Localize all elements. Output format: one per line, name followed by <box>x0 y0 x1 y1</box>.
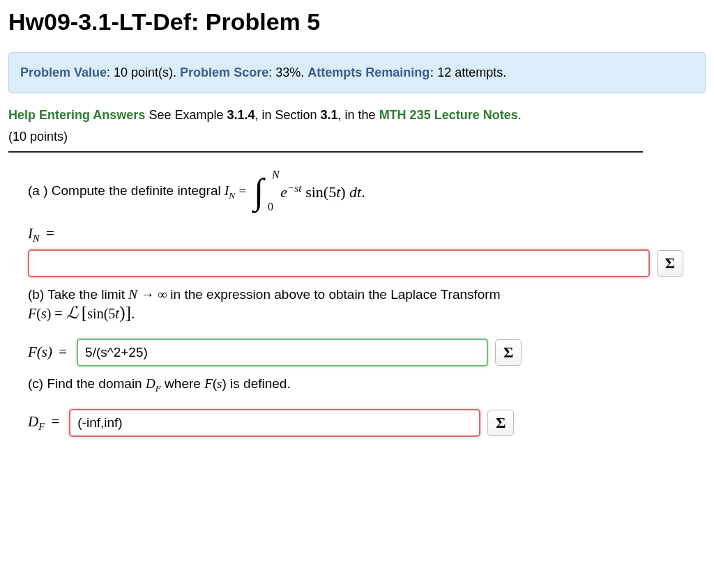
problem-info-box: Problem Value: 10 point(s). Problem Scor… <box>8 52 706 93</box>
part-a-label: IN = <box>28 225 706 245</box>
part-b-input[interactable] <box>77 339 488 366</box>
part-b-label: F(s) = <box>28 343 70 361</box>
part-b-prompt: (b) Take the limit N → ∞ in the expressi… <box>28 287 706 323</box>
part-c-prompt: (c) Find the domain DF where F(s) is def… <box>28 376 706 394</box>
help-row: Help Entering Answers See Example 3.1.4,… <box>8 105 706 126</box>
help-link[interactable]: Help Entering Answers <box>8 108 145 122</box>
page-title: Hw09-3.1-LT-Def: Problem 5 <box>8 8 706 36</box>
value-label: Problem Value <box>20 65 107 79</box>
sigma-button-a[interactable]: Σ <box>657 250 683 277</box>
points-line: (10 points) <box>8 130 706 144</box>
attempts-label: Attempts Remaining: <box>307 65 434 79</box>
divider <box>8 151 643 153</box>
part-a-prompt: (a ) Compute the definite integral IN = … <box>28 173 706 210</box>
part-c-input[interactable] <box>69 409 480 437</box>
integral-icon: ∫ N 0 <box>254 173 264 210</box>
sigma-button-c[interactable]: Σ <box>487 410 514 436</box>
sigma-button-b[interactable]: Σ <box>495 339 522 366</box>
part-c-label: DF = <box>28 413 62 433</box>
score-label: Problem Score <box>180 65 268 79</box>
integral-expression: ∫ N 0 e−st sin(5t) dt. <box>252 173 365 210</box>
part-a-input[interactable] <box>28 249 650 277</box>
lecture-notes-link[interactable]: MTH 235 Lecture Notes <box>379 108 518 122</box>
